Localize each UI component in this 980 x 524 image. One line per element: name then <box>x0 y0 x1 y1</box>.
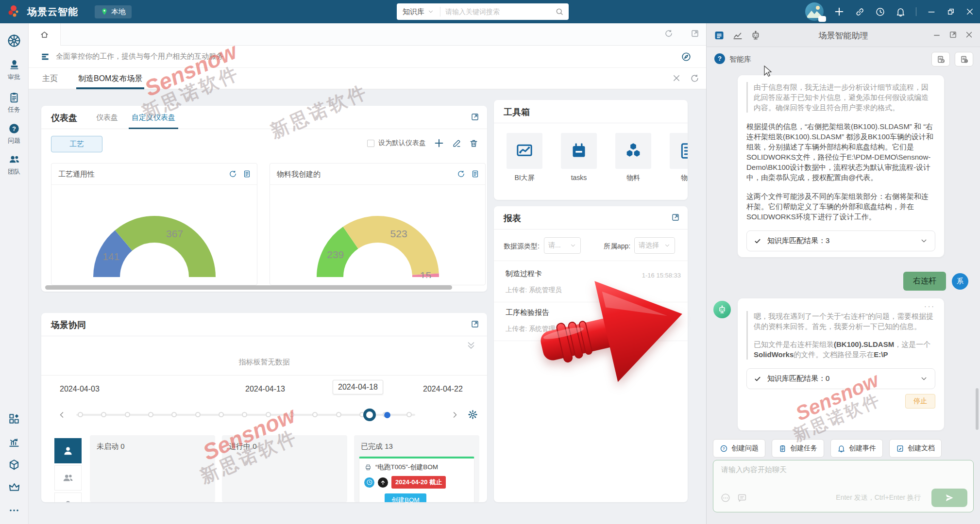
user-avatar[interactable] <box>805 2 824 21</box>
comment-icon[interactable] <box>737 492 747 503</box>
tab-bom-scene[interactable]: 制造BOM发布场景 <box>78 68 142 89</box>
timeline-date-selected[interactable]: 2024-04-18 <box>333 380 383 394</box>
minimize-icon[interactable] <box>927 7 936 16</box>
chat-input[interactable] <box>721 465 965 490</box>
sidebar-item-tasks[interactable]: 任务 <box>0 91 28 114</box>
expand-icon[interactable] <box>471 320 479 328</box>
stop-button[interactable]: 停止 <box>905 394 935 409</box>
collaboration-card: 场景协同 指标板暂无数据 2024-04-03 2024-04-13 2024-… <box>41 313 487 502</box>
search-icon[interactable] <box>555 7 564 16</box>
horizontal-scrollbar[interactable] <box>45 285 452 290</box>
expand-icon[interactable] <box>471 113 479 121</box>
message-menu-dots[interactable]: ··· <box>746 302 935 310</box>
crown-icon <box>8 481 21 494</box>
create-issue-button[interactable]: 创建问题 <box>713 439 765 458</box>
timeline-date[interactable]: 2024-04-22 <box>423 385 463 393</box>
gear-icon[interactable] <box>468 409 478 420</box>
create-doc-button[interactable]: 创建文档 <box>889 439 942 458</box>
sidebar-item-team[interactable]: 团队 <box>0 153 28 176</box>
double-chevron-down-icon[interactable] <box>466 340 476 351</box>
restore-window-icon[interactable] <box>946 7 955 16</box>
tab-home[interactable]: 主页 <box>42 68 58 89</box>
app-select[interactable]: 请选择 <box>634 237 675 254</box>
member-avatar-group[interactable] <box>54 465 82 491</box>
close-icon[interactable] <box>965 7 974 16</box>
sidebar-item-approval[interactable]: 审批 <box>0 58 28 82</box>
search-input[interactable] <box>440 8 555 16</box>
add-chart-icon[interactable] <box>434 138 444 148</box>
minimize-panel-icon[interactable] <box>932 31 941 39</box>
close-tab-icon[interactable] <box>672 74 681 82</box>
home-tab[interactable] <box>29 23 61 46</box>
open-external-icon[interactable] <box>691 29 699 38</box>
assistant-header: 场景智能助理 <box>707 23 980 47</box>
refresh-icon[interactable] <box>229 170 237 178</box>
doc-settings-button[interactable] <box>955 52 973 66</box>
edit-pencil-icon[interactable] <box>452 139 461 148</box>
assistant-bot-icon <box>717 305 727 314</box>
toolbox-item-material[interactable]: 物料 <box>615 133 651 182</box>
sidebar-item-apps[interactable] <box>0 412 28 425</box>
chevron-left-icon[interactable] <box>57 410 67 420</box>
question-circle-icon <box>720 444 728 453</box>
chevron-down-icon <box>664 242 671 249</box>
member-avatar-selected[interactable] <box>54 438 82 463</box>
create-task-button[interactable]: 创建任务 <box>772 439 824 458</box>
toolbox-item-tasks[interactable]: tasks <box>561 133 597 181</box>
compass-icon[interactable] <box>681 51 692 62</box>
trash-icon[interactable] <box>469 139 478 148</box>
member-avatar[interactable] <box>54 492 82 502</box>
timeline-track[interactable] <box>56 408 473 422</box>
filter-label-datasource: 数据源类型: <box>504 242 540 251</box>
refresh-tab-icon[interactable] <box>690 74 699 83</box>
chevron-right-icon[interactable] <box>450 410 460 420</box>
process-group-button[interactable]: 工艺 <box>51 136 102 152</box>
tab-dashboard[interactable]: 仪表盘 <box>96 113 118 122</box>
datasource-select[interactable]: 请... <box>544 237 581 254</box>
sidebar-logo-wheel[interactable] <box>0 33 28 49</box>
default-dashboard-checkbox[interactable] <box>367 140 374 147</box>
location-badge[interactable]: 本地 <box>95 5 132 18</box>
create-bom-button[interactable]: 创建BOM <box>385 493 426 502</box>
history-clock-icon[interactable] <box>875 7 885 17</box>
plus-icon[interactable] <box>834 6 845 17</box>
link-icon[interactable] <box>855 7 865 17</box>
dashboard-card: 仪表盘 仪表盘 自定义仪表盘 工艺 设为默认仪表盘 工艺通用性 141367 <box>41 106 487 292</box>
timeline-date[interactable]: 2024-04-13 <box>245 385 285 393</box>
divider <box>41 375 487 376</box>
close-panel-icon[interactable] <box>965 31 973 39</box>
toolbox-item-material-2[interactable]: 物料 <box>670 133 688 182</box>
document-icon[interactable] <box>243 170 251 178</box>
notification-bell-icon[interactable] <box>896 7 906 17</box>
sidebar-item-premium[interactable] <box>0 481 28 494</box>
panel-scrollbar[interactable] <box>976 388 979 430</box>
quick-actions: 创建问题 创建任务 创建事件 创建文档 <box>713 439 942 458</box>
sidebar-item-analytics[interactable] <box>0 436 28 448</box>
kb-match-collapsible[interactable]: 知识库匹配结果：0 <box>746 368 935 389</box>
timeline-date[interactable]: 2024-04-03 <box>60 385 100 393</box>
tab-custom-dashboard[interactable]: 自定义仪表盘 <box>132 113 175 122</box>
toolbox-item-bi[interactable]: BI大屏 <box>507 133 542 182</box>
kb-match-collapsible[interactable]: 知识库匹配结果：3 <box>746 230 935 251</box>
document-icon[interactable] <box>471 170 479 178</box>
task-card[interactable]: “电跑T005”-创建BOM 2024-04-20 截止 创建BOM <box>359 457 474 502</box>
refresh-icon[interactable] <box>664 29 673 38</box>
search-category-select[interactable]: 知识库 <box>397 7 440 16</box>
expand-icon[interactable] <box>671 213 680 222</box>
send-button[interactable] <box>931 489 967 507</box>
sidebar-item-issues[interactable]: 问题 <box>0 122 28 145</box>
global-search[interactable]: 知识库 <box>397 3 569 20</box>
timeline-dots[interactable] <box>78 412 412 417</box>
user-avatar-badge[interactable]: 系 <box>952 273 968 290</box>
timeline-current-dot[interactable] <box>384 412 390 418</box>
timeline-selected-ring[interactable] <box>363 409 376 421</box>
sidebar-item-more[interactable] <box>0 505 28 516</box>
smiley-icon[interactable] <box>720 492 731 503</box>
open-window-icon[interactable] <box>949 31 957 39</box>
due-date-badge: 2024-04-20 截止 <box>391 476 446 489</box>
doc-history-button[interactable] <box>931 52 950 66</box>
refresh-icon[interactable] <box>457 170 465 178</box>
create-event-button[interactable]: 创建事件 <box>830 439 883 458</box>
app-grid-icon <box>8 412 20 425</box>
sidebar-item-3d[interactable] <box>0 458 28 471</box>
